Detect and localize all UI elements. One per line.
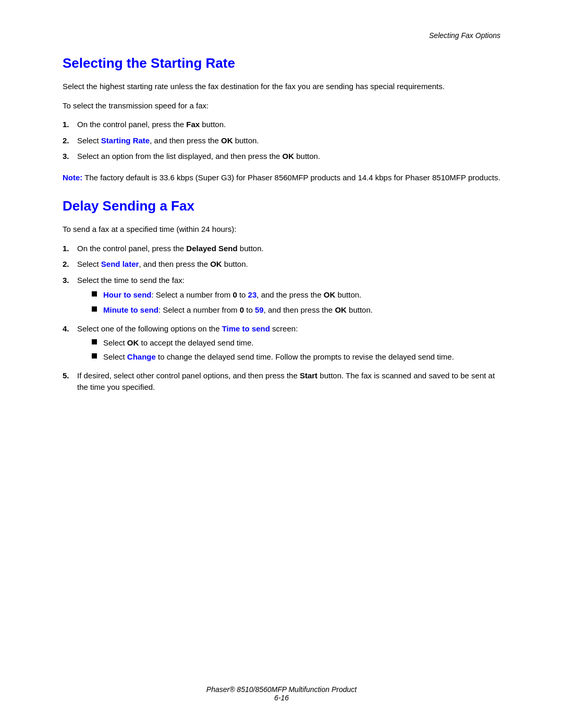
footer: Phaser® 8510/8560MFP Multifunction Produ…: [0, 685, 563, 702]
step3-ok: OK: [283, 152, 295, 161]
section1-instruction: To select the transmission speed for a f…: [63, 100, 500, 112]
section1-steps: 1. On the control panel, press the Fax b…: [63, 119, 500, 163]
section2-step3: 3. Select the time to send the fax: Hour…: [63, 275, 500, 319]
step2-content: Select Starting Rate, and then press the…: [77, 135, 500, 147]
step4-subbullets: Select OK to accept the delayed send tim…: [92, 337, 500, 363]
s2-step5-num: 5.: [63, 370, 77, 382]
bullet-minute: Minute to send: Select a number from 0 t…: [92, 304, 500, 316]
bullet-icon-1: [92, 291, 97, 297]
minute-ok: OK: [335, 305, 347, 314]
footer-line2: 6-16: [0, 694, 563, 702]
step3-content: Select an option from the list displayed…: [77, 151, 500, 163]
section2-step1: 1. On the control panel, press the Delay…: [63, 243, 500, 255]
s2-step5-content: If desired, select other control panel o…: [77, 370, 500, 393]
start-bold: Start: [300, 371, 317, 380]
minute-to: 59: [255, 305, 264, 314]
step1-num: 1.: [63, 119, 77, 131]
step3-bullets: Hour to send: Select a number from 0 to …: [92, 289, 500, 316]
section2-step4: 4. Select one of the following options o…: [63, 323, 500, 366]
bullet-icon-3: [92, 339, 97, 344]
section1: Selecting the Starting Rate Select the h…: [63, 55, 500, 183]
s2-step4-num: 4.: [63, 323, 77, 335]
section2: Delay Sending a Fax To send a fax at a s…: [63, 198, 500, 393]
subbullet-change-content: Select Change to change the delayed send…: [103, 351, 500, 363]
ok-label: OK: [127, 338, 139, 347]
change-link: Change: [127, 352, 156, 361]
section2-step2: 2. Select Send later, and then press the…: [63, 258, 500, 270]
time-to-send-link: Time to send: [222, 324, 270, 333]
header-right: Selecting Fax Options: [63, 31, 500, 40]
section2-title: Delay Sending a Fax: [63, 198, 500, 214]
s2-step2-num: 2.: [63, 258, 77, 270]
s2-step3-content: Select the time to send the fax: Hour to…: [77, 275, 500, 319]
hour-from: 0: [232, 290, 237, 299]
section1-note: Note: The factory default is 33.6 kbps (…: [63, 172, 500, 184]
section1-step1: 1. On the control panel, press the Fax b…: [63, 119, 500, 131]
step1-content: On the control panel, press the Fax butt…: [77, 119, 500, 131]
minute-from: 0: [240, 305, 244, 314]
bullet-minute-content: Minute to send: Select a number from 0 t…: [103, 304, 500, 316]
step3-num: 3.: [63, 151, 77, 163]
footer-line1: Phaser® 8510/8560MFP Multifunction Produ…: [0, 685, 563, 694]
subbullet-change: Select Change to change the delayed send…: [92, 351, 500, 363]
step1-bold: Fax: [186, 120, 200, 129]
note-text: The factory default is 33.6 kbps (Super …: [84, 173, 500, 182]
step2-ok: OK: [221, 136, 233, 145]
subbullet-ok-content: Select OK to accept the delayed send tim…: [103, 337, 500, 349]
section1-step2: 2. Select Starting Rate, and then press …: [63, 135, 500, 147]
subbullet-ok: Select OK to accept the delayed send tim…: [92, 337, 500, 349]
bullet-icon-2: [92, 306, 97, 312]
bullet-hour: Hour to send: Select a number from 0 to …: [92, 289, 500, 301]
header-title: Selecting Fax Options: [429, 31, 500, 40]
starting-rate-link: Starting Rate: [101, 136, 150, 145]
s2-step1-bold: Delayed Send: [186, 244, 237, 253]
page-container: Selecting Fax Options Selecting the Star…: [0, 0, 563, 728]
hour-to: 23: [248, 290, 257, 299]
s2-step1-num: 1.: [63, 243, 77, 255]
step2-num: 2.: [63, 135, 77, 147]
s2-step2-content: Select Send later, and then press the OK…: [77, 258, 500, 270]
section1-intro: Select the highest starting rate unless …: [63, 81, 500, 93]
section2-steps: 1. On the control panel, press the Delay…: [63, 243, 500, 393]
section2-step5: 5. If desired, select other control pane…: [63, 370, 500, 393]
section1-step3: 3. Select an option from the list displa…: [63, 151, 500, 163]
send-later-link: Send later: [101, 260, 139, 268]
note-label: Note:: [63, 173, 82, 182]
s2-step3-num: 3.: [63, 275, 77, 287]
s2-step2-ok: OK: [210, 260, 222, 268]
s2-step4-content: Select one of the following options on t…: [77, 323, 500, 366]
section2-instruction: To send a fax at a specified time (withi…: [63, 224, 500, 236]
bullet-hour-content: Hour to send: Select a number from 0 to …: [103, 289, 500, 301]
hour-ok: OK: [324, 290, 336, 299]
s2-step1-content: On the control panel, press the Delayed …: [77, 243, 500, 255]
minute-to-send-label: Minute to send: [103, 305, 158, 314]
section1-title: Selecting the Starting Rate: [63, 55, 500, 71]
hour-to-send-label: Hour to send: [103, 290, 152, 299]
bullet-icon-4: [92, 353, 97, 359]
